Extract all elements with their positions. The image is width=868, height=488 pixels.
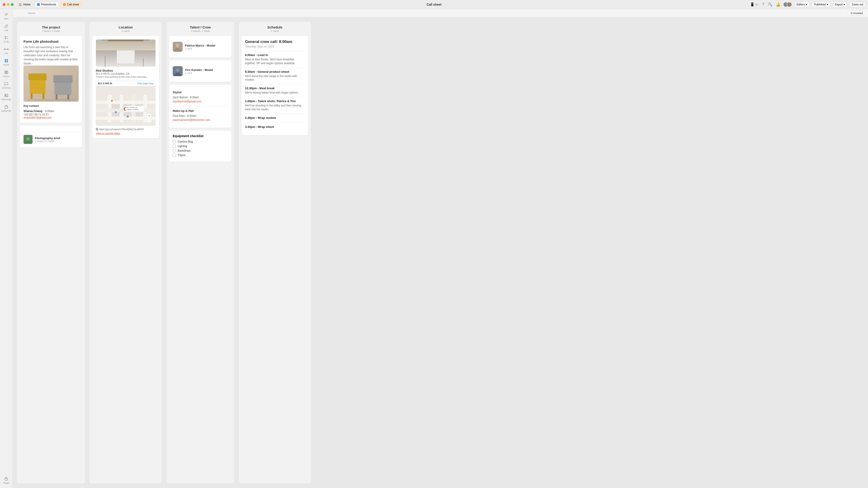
brief-thumb-svg <box>24 135 33 144</box>
svg-rect-15 <box>6 71 7 74</box>
unsorted-button[interactable]: 0 Unsorted <box>848 11 865 15</box>
checkbox-tripod[interactable] <box>173 154 176 157</box>
contact-time: - 8.00am <box>43 109 54 113</box>
tab-home[interactable]: 🏠 Home <box>16 2 33 7</box>
minimize-button[interactable] <box>7 3 9 6</box>
schedule-time-1: 9.30am - General product shoot <box>245 70 305 73</box>
sidebar-item-board[interactable]: Board <box>0 57 12 68</box>
board-icon <box>4 59 8 63</box>
svg-rect-10 <box>5 59 6 61</box>
studio-stand2 <box>143 59 144 67</box>
tablet-icon: 📱0 <box>750 2 758 6</box>
close-button[interactable] <box>3 3 5 6</box>
add-image-label: Add image <box>1 98 11 101</box>
avatar-yiro <box>173 66 183 76</box>
unsorted-label: 0 Unsorted <box>850 12 863 14</box>
patrice-info: Patrice Marco - Model 1 card <box>185 44 215 50</box>
svg-point-33 <box>26 137 30 141</box>
maximize-button[interactable] <box>11 3 13 6</box>
yiro-name: Yiro Kaneko - Model <box>185 68 213 72</box>
map-view-larger[interactable]: View larger map <box>137 82 153 85</box>
makeup-details: Paul Allen - 8.30am paulshairworld@btint… <box>173 114 228 122</box>
board-talent-subtitle: 2 boards, 2 cards <box>170 30 230 32</box>
trash-icon <box>4 477 8 481</box>
patrice-avatar-svg <box>173 42 183 52</box>
link-label: Link <box>4 29 8 31</box>
schedule-item-3: 1.00pm - Talent shots: Patrice & Yiro We… <box>245 97 305 113</box>
svg-rect-3 <box>5 36 6 37</box>
callsheet-icon <box>63 3 66 6</box>
map-svg: 911 S Hill St, Los Angeles, CA 90015 P P <box>96 93 155 125</box>
sidebar-item-todo[interactable]: To-do <box>0 34 12 44</box>
published-button[interactable]: Published ▾ <box>812 2 830 7</box>
tab-photoshoots[interactable]: Photoshoots <box>35 2 59 7</box>
export-button[interactable]: Export ▾ <box>833 2 847 7</box>
svg-text:P: P <box>116 111 116 113</box>
checklist-label-tripod: Tripod <box>178 154 185 157</box>
svg-point-31 <box>51 99 76 101</box>
tab-home-label: Home <box>23 3 31 6</box>
todo-label: To-do <box>4 41 9 43</box>
svg-point-58 <box>111 100 113 102</box>
yiro-sub: 1 card <box>185 72 213 74</box>
checklist-item-backdrops: Backdrops <box>173 149 228 152</box>
zoomout-button[interactable]: Zoom out <box>850 2 865 7</box>
sidebar-item-upload-file[interactable]: Upload file <box>0 103 12 113</box>
svg-rect-27 <box>56 94 57 99</box>
stylist-time: - 8.00am <box>188 96 199 99</box>
sidebar-item-trash[interactable]: Trash <box>3 475 9 486</box>
board-the-project: The project 1 board, 3 cards Form Life p… <box>17 22 85 484</box>
svg-point-66 <box>176 68 180 72</box>
google-icon: G <box>96 127 98 131</box>
chair-image <box>24 66 79 102</box>
talent-patrice: Patrice Marco - Model 1 card <box>173 39 228 54</box>
svg-point-9 <box>7 49 8 50</box>
map-address: 911 S Hill St <box>98 82 112 85</box>
sidebar-item-line[interactable]: Line <box>0 45 12 56</box>
checkbox-lighting[interactable] <box>173 144 176 148</box>
makeup-email[interactable]: paulshairworld@btinternet.com <box>173 119 210 122</box>
sidebar-item-link[interactable]: Link <box>0 22 12 33</box>
card-red-studios: Red Studios 911 S Hill St, Los Angeles, … <box>92 36 159 138</box>
window-controls <box>3 3 13 6</box>
sidebar-item-column[interactable]: Column <box>0 68 12 79</box>
editors-button[interactable]: Editors ▾ <box>795 2 809 7</box>
published-chevron-icon: ▾ <box>827 3 828 6</box>
sidebar-item-comment[interactable]: Comment <box>0 80 12 91</box>
schedule-item-0: 8.00am - Load In Meet at Red Studio. We'… <box>245 51 305 68</box>
stylist-email[interactable]: zachbarron@gmail.com <box>173 100 202 103</box>
checkbox-camera[interactable] <box>173 140 176 143</box>
location-details: Red Studios 911 S Hill St, Los Angeles, … <box>96 69 156 78</box>
notification-badge: 0 <box>754 3 758 6</box>
boards-area: The project 1 board, 3 cards Form Life p… <box>13 17 868 488</box>
tab-area: 🏠 Home Photoshoots Call sheet <box>16 2 82 7</box>
patrice-name: Patrice Marco - Model <box>185 44 215 47</box>
svg-rect-42 <box>96 117 155 120</box>
bell-icon[interactable]: 🔔 <box>776 2 780 6</box>
svg-rect-28 <box>67 94 69 99</box>
search-icon[interactable]: 🔍 <box>768 2 772 6</box>
titlebar-icons: 📱0 ? 🔍 🔔 <box>750 2 780 6</box>
sidebar-bottom: Trash <box>3 475 9 486</box>
gmaps-url: https://goo.gl/maps/mTWhufQNqCQnuBD29 <box>99 128 144 131</box>
checklist-label-camera: Camera Bag <box>178 140 193 143</box>
tab-callsheet[interactable]: Call sheet <box>61 2 82 7</box>
board-schedule-subtitle: 2 cards <box>242 30 307 32</box>
content-area: Saved 0 Unsorted The project 1 board, 3 … <box>13 9 868 488</box>
app-layout: Note Link To-do Line Board Column Commen… <box>0 9 868 488</box>
topbar: Saved 0 Unsorted <box>13 9 868 17</box>
brief-info: Photography brief 1 board, 11 cards <box>35 136 60 142</box>
board-schedule-header: Schedule 2 cards <box>239 22 311 34</box>
checkbox-backdrops[interactable] <box>173 149 176 152</box>
sidebar-item-note[interactable]: Note <box>0 11 12 22</box>
tab-photoshoots-label: Photoshoots <box>41 3 56 6</box>
key-contact-section: Key contact Sharna Creevy - 8.00am +33 (… <box>24 104 79 119</box>
view-on-google-maps[interactable]: View on Google Maps <box>96 132 156 135</box>
svg-rect-5 <box>5 38 6 39</box>
contact-email[interactable]: sharna987@gmail.com <box>24 116 79 119</box>
location-name: Red Studios <box>96 69 156 72</box>
sidebar-item-add-image[interactable]: Add image <box>0 92 12 102</box>
key-contact-label: Key contact <box>24 104 79 107</box>
help-icon[interactable]: ? <box>762 2 764 6</box>
svg-rect-34 <box>26 141 30 142</box>
